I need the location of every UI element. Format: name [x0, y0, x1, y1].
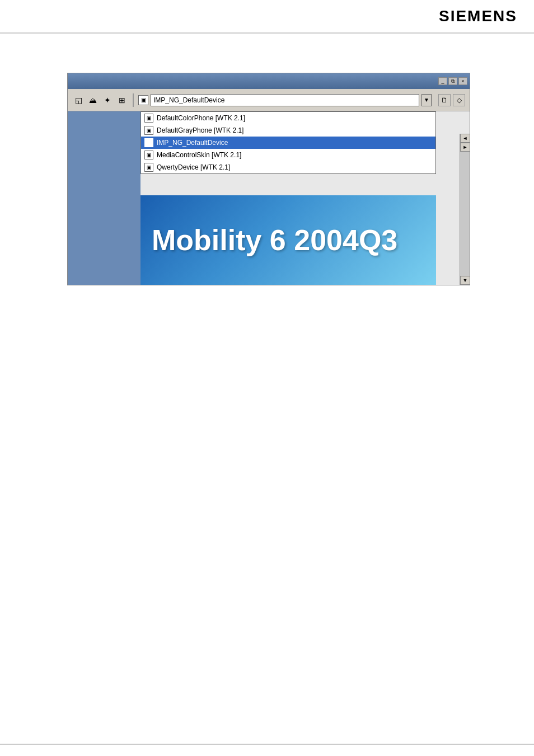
device-icon: ▣: [138, 95, 148, 105]
item-icon-4: ▣: [144, 151, 153, 159]
item-icon-5: ▣: [144, 163, 153, 172]
toolbar-icon-2[interactable]: ⛰: [87, 94, 99, 106]
preview-text: Mobility 6 2004Q3: [140, 223, 397, 257]
device-dropdown[interactable]: IMP_NG_DefaultDevice: [151, 94, 419, 106]
toolbar-icon-3[interactable]: ✦: [101, 94, 114, 106]
minimize-button[interactable]: _: [438, 77, 447, 85]
preview-area: Mobility 6 2004Q3: [140, 195, 436, 285]
dropdown-arrow-button[interactable]: ▼: [421, 94, 432, 106]
left-sidebar: [68, 111, 140, 285]
siemens-logo: SIEMENS: [439, 7, 517, 25]
scroll-track: [460, 152, 470, 276]
device-dropdown-section: ▣ IMP_NG_DefaultDevice ▼: [138, 94, 432, 106]
toolbar-separator: [133, 93, 134, 107]
restore-button[interactable]: ⧉: [448, 77, 457, 85]
selected-device-label: IMP_NG_DefaultDevice: [153, 96, 224, 104]
toolbar-icon-4[interactable]: ⊞: [116, 94, 128, 106]
list-item-3[interactable]: ▣ IMP_NG_DefaultDevice: [141, 137, 435, 149]
list-item-2[interactable]: ▣ DefaultGrayPhone [WTK 2.1]: [141, 124, 435, 137]
scroll-right-button[interactable]: ►: [460, 143, 470, 152]
list-item-5[interactable]: ▣ QwertyDevice [WTK 2.1]: [141, 161, 435, 173]
toolbar-icon-1[interactable]: ◱: [72, 94, 85, 106]
list-item-4[interactable]: ▣ MediaControlSkin [WTK 2.1]: [141, 149, 435, 161]
scroll-left-button[interactable]: ◄: [460, 134, 470, 143]
item-label-5: QwertyDevice [WTK 2.1]: [157, 163, 230, 171]
item-icon-3: ▣: [144, 138, 153, 147]
content-area: ▣ DefaultColorPhone [WTK 2.1] ▣ DefaultG…: [68, 111, 470, 285]
item-label-2: DefaultGrayPhone [WTK 2.1]: [157, 126, 243, 134]
scroll-down-button[interactable]: ▼: [460, 276, 470, 285]
right-scrollbar: ◄ ► ▼: [460, 134, 470, 285]
item-label-4: MediaControlSkin [WTK 2.1]: [157, 151, 241, 159]
list-item-1[interactable]: ▣ DefaultColorPhone [WTK 2.1]: [141, 112, 435, 124]
dropdown-list[interactable]: ▣ DefaultColorPhone [WTK 2.1] ▣ DefaultG…: [140, 111, 436, 174]
toolbar: ◱ ⛰ ✦ ⊞ ▣ IMP_NG_DefaultDevice ▼ 🗋 ◇: [68, 89, 470, 111]
close-button[interactable]: ×: [458, 77, 467, 85]
main-window: _ ⧉ × ◱ ⛰ ✦ ⊞ ▣ IMP_NG_DefaultDevice ▼ 🗋…: [67, 73, 470, 285]
new-file-button[interactable]: 🗋: [438, 94, 451, 106]
main-content: ▣ DefaultColorPhone [WTK 2.1] ▣ DefaultG…: [140, 111, 470, 285]
item-label-1: DefaultColorPhone [WTK 2.1]: [157, 114, 245, 122]
toolbar-right-icons: 🗋 ◇: [438, 94, 465, 106]
titlebar-buttons: _ ⧉ ×: [438, 77, 467, 85]
item-icon-1: ▣: [144, 114, 153, 123]
item-icon-2: ▣: [144, 126, 153, 135]
diamond-button[interactable]: ◇: [453, 94, 465, 106]
item-label-3: IMP_NG_DefaultDevice: [157, 139, 228, 147]
window-titlebar: _ ⧉ ×: [68, 73, 470, 89]
page-footer: [0, 744, 534, 745]
page-header: SIEMENS: [0, 0, 534, 34]
